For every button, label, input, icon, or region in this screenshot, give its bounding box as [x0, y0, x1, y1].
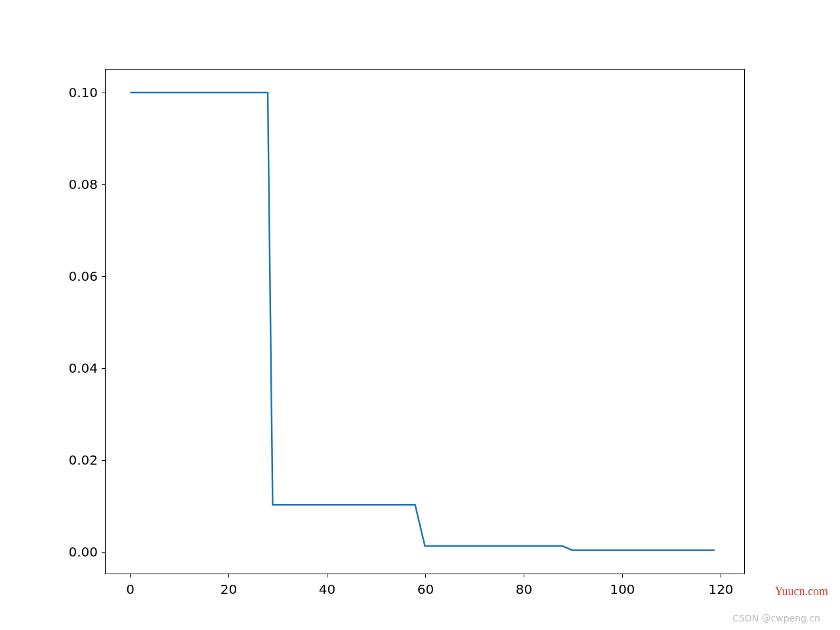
line-plot-svg: [106, 70, 744, 574]
ytick-label: 0.00: [68, 544, 98, 560]
xtick-mark: [524, 574, 524, 578]
ytick-mark: [102, 460, 106, 461]
ytick-label: 0.10: [68, 85, 98, 100]
ytick-mark: [102, 184, 106, 185]
xtick-label: 60: [417, 581, 434, 597]
line-series: [130, 93, 715, 550]
ytick-mark: [102, 276, 106, 277]
xtick-mark: [622, 574, 623, 578]
xtick-label: 120: [708, 581, 733, 597]
ytick-mark: [102, 93, 106, 93]
ytick-label: 0.02: [68, 452, 98, 468]
xtick-mark: [228, 574, 229, 578]
xtick-label: 80: [516, 581, 532, 597]
xtick-label: 40: [319, 581, 335, 597]
ytick-mark: [102, 368, 106, 369]
ytick-mark: [102, 552, 106, 553]
xtick-label: 100: [610, 581, 635, 597]
chart-axes: 0204060801001200.000.020.040.060.080.10: [105, 69, 745, 574]
xtick-label: 0: [126, 581, 135, 597]
xtick-label: 20: [220, 581, 237, 597]
xtick-mark: [721, 574, 721, 578]
ytick-label: 0.04: [68, 360, 98, 376]
ytick-label: 0.06: [68, 268, 98, 284]
xtick-mark: [130, 574, 131, 578]
chart-figure: 0204060801001200.000.020.040.060.080.10 …: [0, 0, 840, 630]
watermark-right: Yuucn.com: [775, 585, 828, 598]
xtick-mark: [327, 574, 327, 578]
ytick-label: 0.08: [68, 177, 98, 192]
watermark-bottom: CSDN @cwpeng.cn: [732, 613, 820, 623]
xtick-mark: [425, 574, 426, 578]
